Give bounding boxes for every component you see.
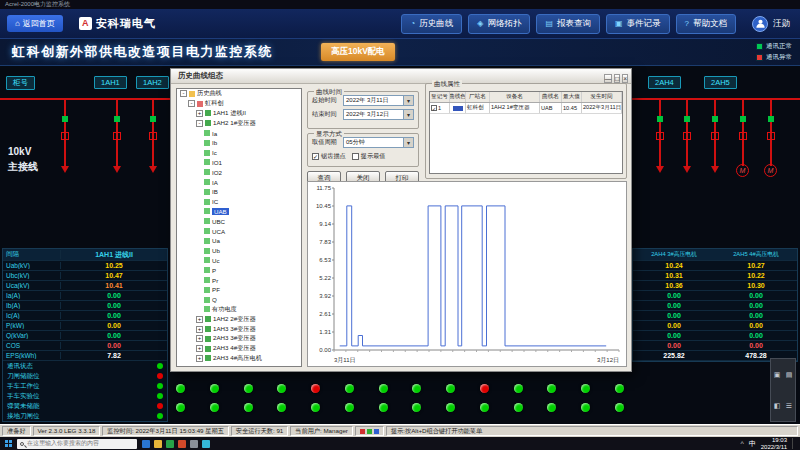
measure-row: Ic(A)0.00 [3, 311, 167, 321]
tree-item[interactable]: +2AH3 3#变压器 [177, 334, 301, 344]
end-date-select[interactable]: 2022年 3月12日 [343, 109, 414, 120]
param-icon [204, 267, 210, 273]
input-language-indicator[interactable]: 中 [749, 439, 756, 449]
tree-expander-icon[interactable]: + [196, 335, 203, 342]
tree-item[interactable]: PF [177, 285, 301, 295]
tree-expander-icon[interactable]: + [196, 345, 203, 352]
indicator-dot [244, 384, 253, 393]
tree-item[interactable]: Ua [177, 236, 301, 246]
status-dot [157, 393, 163, 399]
tree-item[interactable]: P [177, 265, 301, 275]
user-menu[interactable]: 汪勋 [752, 16, 790, 32]
indicator-dot [446, 403, 455, 412]
tree-expander-icon[interactable]: - [188, 100, 195, 107]
table-row[interactable]: ✓1虹科创1AH2 1#变压器UAB10.452022年3月11日13时 [430, 103, 622, 114]
taskbar-app-icon[interactable] [202, 440, 210, 448]
tree-item[interactable]: UCA [177, 226, 301, 236]
dialog-maximize-button[interactable]: □ [614, 74, 620, 83]
breaker-icon [113, 132, 121, 140]
dialog-minimize-button[interactable]: — [604, 74, 613, 83]
dialog-titlebar[interactable]: 历史曲线组态 —□× [171, 69, 631, 84]
tree-item[interactable]: -虹科创 [177, 99, 301, 109]
tree-expander-icon[interactable]: + [196, 355, 203, 362]
measure-label: Uab(kV) [3, 262, 61, 269]
tree-expander-icon[interactable]: - [196, 120, 203, 127]
tree-expander-icon[interactable]: - [180, 90, 187, 97]
tree-item-label: Pr [212, 277, 218, 284]
jagged-points-checkbox[interactable]: ✓ 锯齿描点 [312, 152, 346, 161]
tree-item[interactable]: Uc [177, 256, 301, 266]
tree-item[interactable]: -历史曲线 [177, 89, 301, 99]
site-icon [197, 101, 203, 107]
measure-value: 10.36 [633, 282, 715, 289]
tree-item[interactable]: +2AH3 4#高压电机 [177, 354, 301, 364]
cabinet-label[interactable]: 柜号 [6, 76, 35, 90]
taskbar-app-icon[interactable] [142, 440, 150, 448]
tree-item[interactable]: Pr [177, 275, 301, 285]
breaker-icon [656, 132, 664, 140]
show-max-checkbox[interactable]: 提示最值 [352, 152, 386, 161]
taskbar-app-icon[interactable] [190, 440, 198, 448]
show-desktop-button[interactable] [792, 438, 795, 449]
clock[interactable]: 19:03 2022/3/11 [761, 437, 787, 449]
svg-text:10.45: 10.45 [316, 203, 332, 209]
measure-row: 0.000.00 [633, 331, 797, 341]
bay-icon [205, 120, 211, 126]
tree-item[interactable]: Ub [177, 246, 301, 256]
tree-expander-icon[interactable]: + [196, 110, 203, 117]
tree-item[interactable]: IO2 [177, 167, 301, 177]
tree-expander-icon[interactable]: + [196, 316, 203, 323]
tree-item-label: UCA [212, 228, 225, 235]
taskbar-search-input[interactable]: 在这里输入你要搜索的内容 [17, 439, 137, 449]
tree-expander-icon[interactable]: + [196, 326, 203, 333]
start-date-select[interactable]: 2022年 3月11日 [343, 95, 414, 106]
tree-item[interactable]: UAB [177, 207, 301, 217]
toolbar-icon[interactable]: ◧ [774, 402, 781, 410]
nav-network-topology[interactable]: ◈网络拓扑 [468, 14, 530, 34]
taskbar-app-icon[interactable] [178, 440, 186, 448]
tree-item[interactable]: Q [177, 295, 301, 305]
measure-value: 0.00 [61, 312, 167, 319]
nav-event-record[interactable]: ▣事件记录 [606, 14, 670, 34]
table-cell [450, 103, 466, 113]
dialog-close-button[interactable]: × [622, 74, 628, 83]
tree-item-label: 1AH2 1#变压器 [213, 119, 256, 128]
tree-item[interactable]: +1AH2 2#变压器 [177, 314, 301, 324]
taskbar-apps [142, 440, 210, 448]
row-checkbox[interactable]: ✓ [431, 105, 437, 111]
taskbar-app-icon[interactable] [166, 440, 174, 448]
tree-item[interactable]: IB [177, 187, 301, 197]
tree-item[interactable]: Ic [177, 148, 301, 158]
tree-item[interactable]: UBC [177, 216, 301, 226]
start-button-icon[interactable] [5, 440, 12, 447]
cabinet-label[interactable]: 2AH4 [648, 76, 681, 89]
toolbar-icon[interactable]: ▣ [774, 371, 781, 379]
tree-item[interactable]: Ib [177, 138, 301, 148]
section-tab-hv10kv[interactable]: 高压10kV配电 [321, 43, 395, 61]
tree-item[interactable]: IC [177, 197, 301, 207]
toolbar-icon[interactable]: ☰ [786, 402, 792, 410]
tray-expand-icon[interactable]: ^ [740, 440, 743, 447]
tree-item[interactable]: +1AH1 进线II [177, 109, 301, 119]
period-select[interactable]: 05分钟 [343, 137, 414, 148]
tree-item[interactable]: Ia [177, 128, 301, 138]
cabinet-label[interactable]: 1AH1 [94, 76, 127, 89]
tree-item[interactable]: +1AH3 3#变压器 [177, 324, 301, 334]
tree-item[interactable]: 有功电度 [177, 305, 301, 315]
tree-item[interactable]: -1AH2 1#变压器 [177, 118, 301, 128]
tree-item[interactable]: IA [177, 177, 301, 187]
taskbar-app-icon[interactable] [154, 440, 162, 448]
measure-row: P(kW)0.00 [3, 321, 167, 331]
nav-help-doc[interactable]: ?帮助文档 [676, 14, 736, 34]
param-icon [204, 257, 210, 263]
tree-item[interactable]: +2AH3 4#变压器 [177, 344, 301, 354]
cabinet-label[interactable]: 2AH5 [704, 76, 737, 89]
nav-history-curve[interactable]: ◔历史曲线 [401, 14, 462, 34]
cabinet-label[interactable]: 1AH2 [136, 76, 169, 89]
toolbar-icon[interactable]: ▤ [786, 371, 793, 379]
home-button[interactable]: ⌂ 返回首页 [7, 15, 63, 32]
tree-item[interactable]: IO1 [177, 158, 301, 168]
breaker-closed-indicator [657, 116, 663, 122]
user-avatar [752, 16, 768, 32]
nav-report-query[interactable]: ▤报表查询 [536, 14, 600, 34]
